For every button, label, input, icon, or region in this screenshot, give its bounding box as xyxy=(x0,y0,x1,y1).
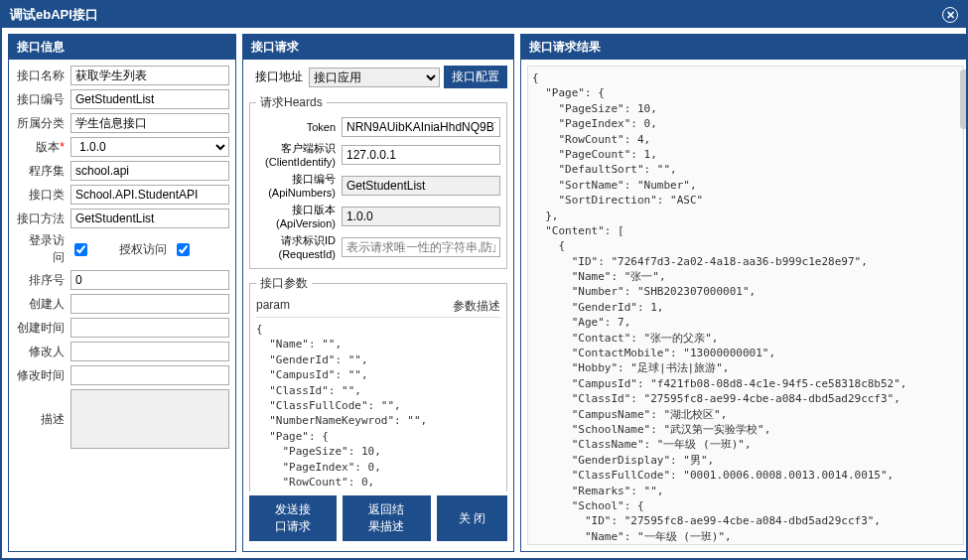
label-client: 客户端标识 (ClientIdentify) xyxy=(256,141,342,168)
input-desc[interactable] xyxy=(70,389,229,449)
label-createtime: 创建时间 xyxy=(15,320,70,337)
param-head-right: 参数描述 xyxy=(453,298,500,315)
checkbox-login-access[interactable] xyxy=(74,243,87,256)
label-login-access: 登录访问 xyxy=(23,232,70,266)
panel-info-header: 接口信息 xyxy=(9,35,235,60)
input-class[interactable] xyxy=(70,185,229,205)
panel-result-header: 接口请求结果 xyxy=(521,35,966,60)
label-modifier: 修改人 xyxy=(15,344,70,360)
label-class: 接口类 xyxy=(15,187,70,204)
select-addr[interactable]: 接口应用 xyxy=(309,68,440,87)
label-creator: 创建人 xyxy=(15,296,70,313)
input-name[interactable] xyxy=(70,66,229,85)
legend-params: 接口参数 xyxy=(256,275,312,292)
input-token[interactable] xyxy=(342,117,500,137)
legend-heards: 请求Heards xyxy=(256,94,327,111)
input-modifytime[interactable] xyxy=(70,365,229,385)
label-token: Token xyxy=(256,121,342,133)
input-sort[interactable] xyxy=(70,270,229,290)
input-number[interactable] xyxy=(70,89,229,109)
request-buttons: 发送接口请求 返回结果描述 关 闭 xyxy=(249,491,507,545)
label-reqid: 请求标识ID (RequestId) xyxy=(256,233,342,260)
close-button[interactable]: 关 闭 xyxy=(437,495,507,541)
input-client[interactable] xyxy=(342,145,500,165)
input-category[interactable] xyxy=(70,113,229,133)
label-apiver: 接口版本 (ApiVersion) xyxy=(256,203,342,229)
input-apinum xyxy=(342,176,500,196)
config-button[interactable]: 接口配置 xyxy=(444,66,507,88)
select-version[interactable]: 1.0.0 xyxy=(70,137,229,157)
label-apinum: 接口编号 (ApiNumbers) xyxy=(256,172,342,199)
label-desc: 描述 xyxy=(15,411,70,428)
dialog-body: 接口信息 接口名称 接口编号 所属分类 版本*1.0.0 程序集 接口类 接口方… xyxy=(2,28,966,558)
panel-request-body: 接口地址 接口应用 接口配置 请求Heards Token 客户端标识 (Cli… xyxy=(243,60,513,551)
input-createtime[interactable] xyxy=(70,318,229,338)
checkbox-auth-access[interactable] xyxy=(177,243,190,256)
input-assembly[interactable] xyxy=(70,161,229,181)
label-number: 接口编号 xyxy=(15,91,70,108)
fieldset-heards: 请求Heards Token 客户端标识 (ClientIdentify) 接口… xyxy=(249,94,507,269)
input-method[interactable] xyxy=(70,209,229,228)
input-apiver xyxy=(342,207,500,226)
label-category: 所属分类 xyxy=(15,115,70,132)
panel-info-body: 接口名称 接口编号 所属分类 版本*1.0.0 程序集 接口类 接口方法 登录访… xyxy=(9,60,235,551)
label-modifytime: 修改时间 xyxy=(15,367,70,384)
dialog-window: 调试ebAPI接口 ✕ 接口信息 接口名称 接口编号 所属分类 版本*1.0.0… xyxy=(0,0,968,560)
result-text[interactable]: { "Page": { "PageSize": 10, "PageIndex":… xyxy=(527,66,964,545)
label-name: 接口名称 xyxy=(15,68,70,84)
panel-result-body: { "Page": { "PageSize": 10, "PageIndex":… xyxy=(521,60,966,551)
panel-info: 接口信息 接口名称 接口编号 所属分类 版本*1.0.0 程序集 接口类 接口方… xyxy=(8,34,236,552)
panel-request: 接口请求 接口地址 接口应用 接口配置 请求Heards Token 客户端标识… xyxy=(242,34,514,552)
label-method: 接口方法 xyxy=(15,210,70,227)
titlebar: 调试ebAPI接口 ✕ xyxy=(2,2,966,28)
label-auth-access: 授权访问 xyxy=(117,241,173,258)
window-title: 调试ebAPI接口 xyxy=(10,6,98,24)
panel-result: 接口请求结果 { "Page": { "PageSize": 10, "Page… xyxy=(520,34,966,552)
input-creator[interactable] xyxy=(70,294,229,314)
scrollbar-thumb[interactable] xyxy=(960,70,966,129)
fieldset-params: 接口参数 param 参数描述 { "Name": "", "GenderId"… xyxy=(249,275,507,491)
param-body[interactable]: { "Name": "", "GenderId": "", "CampusId"… xyxy=(256,322,500,491)
label-assembly: 程序集 xyxy=(15,163,70,180)
send-button[interactable]: 发送接口请求 xyxy=(249,495,337,541)
label-version: 版本* xyxy=(15,139,70,156)
panel-request-header: 接口请求 xyxy=(243,35,513,60)
param-head-left: param xyxy=(256,298,290,315)
return-desc-button[interactable]: 返回结果描述 xyxy=(343,495,430,541)
label-sort: 排序号 xyxy=(15,272,70,289)
close-icon[interactable]: ✕ xyxy=(942,7,958,23)
input-reqid[interactable] xyxy=(342,237,500,257)
label-addr: 接口地址 xyxy=(249,69,305,85)
input-modifier[interactable] xyxy=(70,342,229,361)
